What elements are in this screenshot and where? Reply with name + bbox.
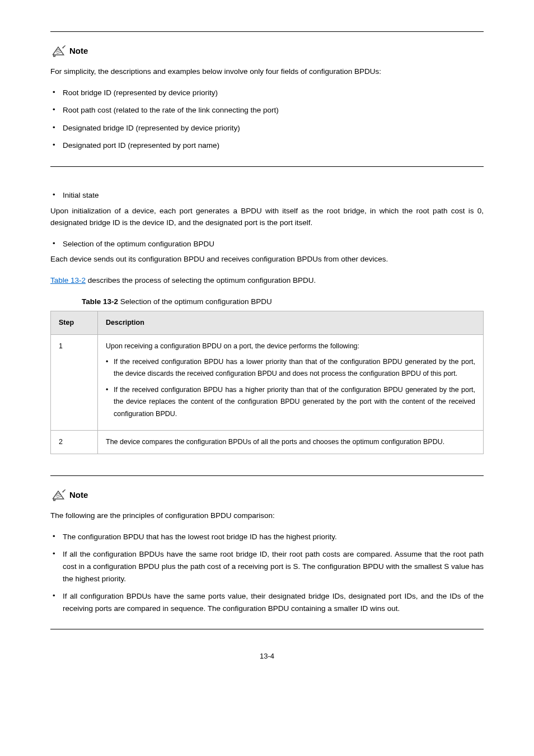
list-item: Designated port ID (represented by port … (63, 139, 484, 152)
note-1: Note For simplicity, the descriptions an… (50, 44, 484, 152)
list-item: Selection of the optimum configuration B… (63, 238, 484, 250)
section-bullets: Initial state (50, 189, 484, 202)
table-link[interactable]: Table 13-2 (50, 276, 86, 284)
cell-desc: Upon receiving a configuration BPDU on a… (98, 335, 484, 431)
cell-step: 2 (51, 430, 98, 454)
section1-p2b-text: describes the process of selecting the o… (86, 276, 316, 284)
list-item: Initial state (63, 189, 484, 202)
note-2: Note The following are the principles of… (50, 488, 484, 614)
table-row: 1 Upon receiving a configuration BPDU on… (51, 335, 484, 431)
section1-p2b: Table 13-2 describes the process of sele… (50, 274, 484, 287)
list-item: If the received configuration BPDU has a… (114, 356, 475, 380)
list-item: Root path cost (related to the rate of t… (63, 104, 484, 116)
table-caption: Table 13-2 Selection of the optimum conf… (82, 296, 484, 308)
section1-p1: Upon initialization of a device, each po… (50, 205, 484, 229)
table-row: 2 The device compares the configuration … (51, 430, 484, 454)
note1-list: Root bridge ID (represented by device pr… (50, 87, 484, 152)
note-label: Note (69, 44, 88, 58)
section1-p2a: Each device sends out its configuration … (50, 253, 484, 265)
col-desc: Description (98, 311, 484, 335)
list-item: If all configuration BPDUs have the same… (63, 590, 484, 614)
cell-step: 1 (51, 335, 98, 431)
note-label: Note (69, 488, 88, 502)
note2-list: The configuration BPDU that has the lowe… (50, 531, 484, 615)
note2-top-rule (50, 475, 484, 476)
note2-rule (50, 629, 484, 629)
section-bullets-2: Selection of the optimum configuration B… (50, 238, 484, 250)
top-rule (50, 31, 484, 32)
note2-intro: The following are the principles of conf… (50, 510, 484, 522)
note1-intro: For simplicity, the descriptions and exa… (50, 66, 484, 78)
note-icon (50, 45, 66, 57)
list-item: If all the configuration BPDUs have the … (63, 548, 484, 585)
note-header: Note (50, 488, 484, 502)
note-icon (50, 489, 66, 501)
page-number: 13-4 (50, 651, 484, 662)
r1-intro: Upon receiving a configuration BPDU on a… (106, 340, 475, 352)
note-header: Note (50, 44, 484, 58)
cell-desc: The device compares the configuration BP… (98, 430, 484, 454)
list-item: Designated bridge ID (represented by dev… (63, 122, 484, 134)
bpdu-selection-table: Step Description 1 Upon receiving a conf… (50, 311, 484, 454)
list-item: Root bridge ID (represented by device pr… (63, 87, 484, 99)
list-item: The configuration BPDU that has the lowe… (63, 531, 484, 543)
list-item: If the received configuration BPDU has a… (114, 384, 475, 420)
col-step: Step (51, 311, 98, 335)
